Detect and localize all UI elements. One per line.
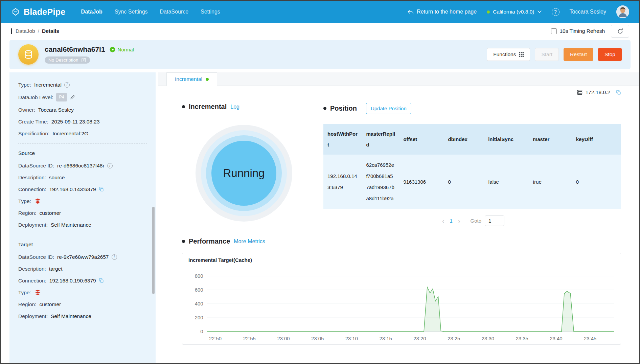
nav-item-datajob[interactable]: DataJob [81,9,102,15]
owner-label: Owner: [18,106,35,113]
tab-strip: Incremental [158,72,639,86]
copy-icon[interactable] [99,187,104,192]
status-running-icon [110,47,115,52]
stop-label: Stop [604,51,615,58]
info-icon[interactable]: i [64,82,70,88]
nav-item-settings[interactable]: Settings [201,9,220,15]
svg-text:600: 600 [195,287,203,293]
svg-text:400: 400 [195,301,203,306]
copy-icon[interactable] [616,90,621,95]
cell-dbindex: 0 [444,155,484,209]
nav-item-datasource[interactable]: DataSource [160,9,189,15]
target-region-value: customer [39,301,61,308]
field-target-region: Region: customer [18,301,147,308]
avatar[interactable] [616,5,629,18]
target-ds-value: re-9x7e68ww79a2657 [57,253,109,260]
nav-item-sync-settings[interactable]: Sync Settings [115,9,148,15]
log-link[interactable]: Log [230,104,239,110]
region-selector[interactable]: California (v0.8.0) [487,9,541,15]
content-area: Type: Incremental i DataJob Level: P4 Ow… [1,72,639,364]
datasource-type-icon [18,44,39,65]
chart-body: 020040060080022:5022:5523:0023:0523:1023… [182,267,621,344]
more-metrics-link[interactable]: More Metrics [234,238,265,245]
svg-text:23:30: 23:30 [482,336,494,341]
target-type-label: Type: [18,289,31,296]
field-level: DataJob Level: P4 [18,93,147,101]
update-position-button[interactable]: Update Position [366,103,411,114]
details-panel: Type: Incremental i DataJob Level: P4 Ow… [9,72,156,364]
job-status-label: Normal [118,47,134,52]
timing-refresh-label: 10s Timing Refresh [559,28,605,34]
panel-scrollbar-thumb[interactable] [152,207,155,294]
target-region-label: Region: [18,301,36,308]
breadcrumb-current: Details [42,28,59,34]
database-icon [23,49,33,60]
host-row: 172.18.0.2 [182,89,621,95]
source-deploy-value: Self Maintenance [51,221,91,228]
brand[interactable]: BladePipe [11,7,66,17]
functions-button[interactable]: Functions [487,48,530,61]
help-icon[interactable]: ? [552,8,559,16]
info-icon[interactable]: i [107,163,113,168]
refresh-controls: 10s Timing Refresh [550,25,629,38]
source-conn-label: Connection: [18,186,46,193]
cell-keydiff: 0 [572,155,621,209]
target-deploy-value: Self Maintenance [51,313,91,320]
stop-button[interactable]: Stop [598,48,622,61]
description-tag[interactable]: No Description [45,56,90,64]
refresh-button[interactable] [611,25,629,38]
next-page-button[interactable]: › [456,218,462,224]
cell-master: true [529,155,572,209]
svg-text:23:05: 23:05 [311,336,324,341]
goto-page-input[interactable] [485,215,504,226]
tab-incremental[interactable]: Incremental [166,72,217,86]
field-source-region: Region: customer [18,209,147,217]
level-label: DataJob Level: [18,94,53,101]
page-number[interactable]: 1 [450,218,453,224]
description-label: No Description [48,58,78,63]
spec-label: Specification: [18,130,49,137]
svg-text:23:25: 23:25 [448,336,460,341]
col-masterreplid: masterReplId [362,124,399,155]
col-initialsync: initialSync [484,124,529,155]
return-home-link[interactable]: Return to the home page [407,9,477,15]
info-icon[interactable]: i [112,254,117,260]
target-desc-value: target [49,265,63,272]
username[interactable]: Toccara Sesley [570,9,607,15]
navbar-right: Return to the home page California (v0.8… [407,5,629,18]
field-source-connection: Connection: 192.168.0.143:6379 [18,186,147,193]
cell-offset: 91631306 [399,155,444,209]
redis-icon [34,198,41,204]
restart-button[interactable]: Restart [564,48,593,61]
source-type-label: Type: [18,198,31,205]
server-icon [577,90,582,95]
field-source-ds-id: DataSource ID: re-d6686oc8137f48r i [18,162,147,169]
field-owner: Owner: Toccara Sesley [18,106,147,113]
edit-level-icon[interactable] [70,95,75,100]
edit-description-icon[interactable] [81,58,86,63]
refresh-icon [617,28,623,35]
target-ds-label: DataSource ID: [18,253,54,260]
position-title: Position [330,105,357,112]
incremental-section: Incremental Log Running [182,103,306,226]
breadcrumb-parent[interactable]: DataJob [16,28,35,34]
type-value: Incremental [34,81,62,88]
source-region-value: customer [39,209,61,217]
main-nav: DataJob Sync Settings DataSource Setting… [81,9,220,15]
target-heading: Target [18,242,147,248]
timing-refresh-checkbox[interactable] [551,28,557,34]
copy-icon[interactable] [99,278,104,283]
field-create-time: Create Time: 2025-09-11 23:08:23 [18,118,147,125]
navbar-left: BladePipe DataJob Sync Settings DataSour… [11,7,220,17]
main-body: 172.18.0.2 Incremental Log Running [158,86,639,364]
target-conn-value: 192.168.0.190:6379 [49,277,96,284]
field-target-connection: Connection: 192.168.0.190:6379 [18,277,147,284]
svg-text:23:00: 23:00 [277,336,290,341]
divider [18,143,147,144]
running-state-label: Running [211,141,276,206]
prev-page-button[interactable]: ‹ [440,218,447,224]
field-specification: Specification: Incremental:2G [18,130,147,137]
start-button[interactable]: Start [535,48,559,61]
job-header-card: canal6t6nwha67l1 Normal No Description [9,40,631,69]
region-label: California (v0.8.0) [493,9,534,15]
